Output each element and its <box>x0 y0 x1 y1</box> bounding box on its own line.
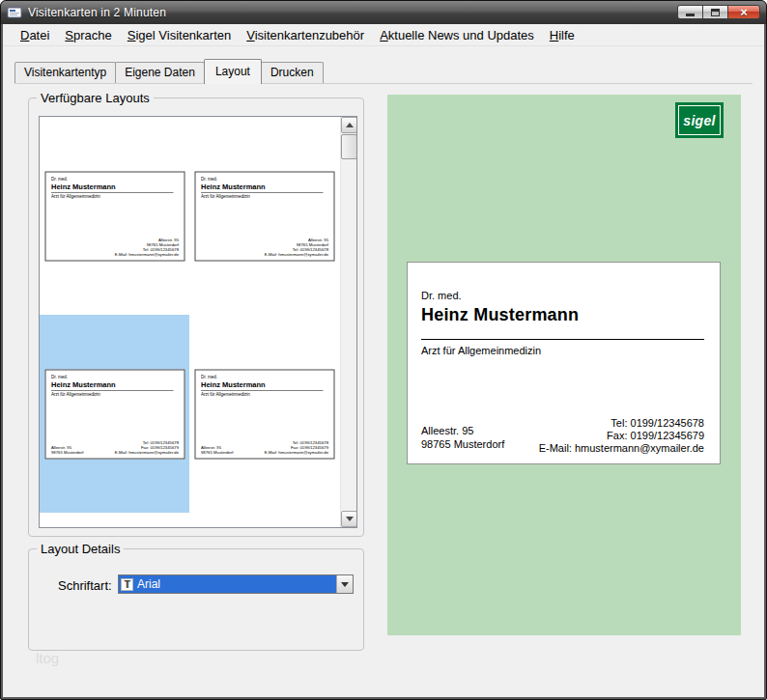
thumb-city: 98765 Musterdorf <box>114 241 178 246</box>
thumb-degree: Dr. med. <box>51 375 179 379</box>
layout-list: Dr. med. Heinz Mustermann Arzt für Allge… <box>39 116 357 528</box>
thumb-contact-block: Alleestr. 95 98765 Musterdorf Tel: 0199/… <box>114 237 178 256</box>
thumb-contact-block: Tel: 0199/12345678 Fax: 0199/12345679 E-… <box>114 439 178 454</box>
card-tel: Tel: 0199/12345678 <box>539 417 704 430</box>
thumb-street: Alleestr. 95 <box>201 444 233 449</box>
tab-layout[interactable]: Layout <box>204 59 262 84</box>
layout-option-2[interactable]: Dr. med. Heinz Mustermann Arzt für Allge… <box>189 117 340 315</box>
sigel-logo: sigel <box>675 102 724 138</box>
card-profession: Arzt für Allgemeinmedizin <box>421 345 541 356</box>
layout-thumbnail-3: Dr. med. Heinz Mustermann Arzt für Allge… <box>44 369 185 459</box>
menu-bar: Datei Sprache Sigel Visitenkarten Visite… <box>3 24 764 46</box>
card-divider-line <box>421 339 704 340</box>
card-contact-block: Tel: 0199/12345678 Fax: 0199/12345679 E-… <box>539 417 704 455</box>
font-value: Arial <box>137 577 160 591</box>
thumb-tel: Tel: 0199/12345678 <box>265 439 328 444</box>
menu-item-sprache[interactable]: Sprache <box>57 25 119 45</box>
minimize-button[interactable] <box>677 5 703 19</box>
titlebar[interactable]: Visitenkarten in 2 Minuten × <box>1 1 766 24</box>
thumb-tel: Tel: 0199/12345678 <box>265 246 328 251</box>
thumb-name: Heinz Mustermann <box>51 380 174 391</box>
font-combobox-selection[interactable]: T Arial <box>119 575 336 593</box>
tab-strip: Visitenkartentyp Eigene Daten Layout Dru… <box>14 60 753 84</box>
layout-details-title: Layout Details <box>37 542 124 556</box>
arrow-down-icon <box>346 517 354 521</box>
chevron-down-icon <box>341 582 349 587</box>
combo-dropdown-button[interactable] <box>336 575 353 593</box>
thumb-profession: Arzt für Allgemeinmedizin <box>51 194 179 199</box>
thumb-profession: Arzt für Allgemeinmedizin <box>201 194 328 199</box>
thumb-fax: Fax: 0199/12345679 <box>265 444 328 449</box>
window-controls: × <box>678 1 760 24</box>
scroll-up-button[interactable] <box>341 117 357 133</box>
thumb-degree: Dr. med. <box>201 177 328 182</box>
menu-item-news-updates[interactable]: Aktuelle News und Updates <box>372 25 542 45</box>
business-card-preview: Dr. med. Heinz Mustermann Arzt für Allge… <box>407 262 721 464</box>
arrow-up-icon <box>346 123 354 127</box>
layout-cells: Dr. med. Heinz Mustermann Arzt für Allge… <box>40 117 340 527</box>
watermark-text: ltog <box>36 650 59 666</box>
thumb-email: E-Mail: hmustermann@xymailer.de <box>265 251 328 256</box>
thumb-city: 98765 Musterdorf <box>201 449 233 454</box>
thumb-address-block: Alleestr. 95 98765 Musterdorf <box>201 444 233 454</box>
layout-option-4[interactable]: Dr. med. Heinz Mustermann Arzt für Allge… <box>189 315 340 513</box>
font-label: Schriftart: <box>58 578 112 593</box>
thumb-street: Alleestr. 95 <box>51 444 83 449</box>
thumb-street: Alleestr. 95 <box>265 237 328 241</box>
tab-visitenkartentyp[interactable]: Visitenkartentyp <box>14 62 116 83</box>
scrollbar-thumb[interactable] <box>341 134 357 159</box>
layout-thumbnail-2: Dr. med. Heinz Mustermann Arzt für Allge… <box>195 171 335 261</box>
thumb-degree: Dr. med. <box>51 177 179 182</box>
card-email: E-Mail: hmustermann@xymailer.de <box>539 442 704 455</box>
layouts-group-title: Verfügbare Layouts <box>37 91 154 105</box>
card-name: Heinz Mustermann <box>421 305 579 325</box>
minimize-icon <box>686 14 695 16</box>
thumb-city: 98765 Musterdorf <box>51 449 83 454</box>
thumb-email: E-Mail: hmustermann@xymailer.de <box>114 449 178 454</box>
card-address-block: Alleestr. 95 98765 Musterdorf <box>421 424 504 451</box>
thumb-profession: Arzt für Allgemeinmedizin <box>51 392 179 397</box>
layouts-group: Verfügbare Layouts Dr. med. Heinz Muster… <box>28 98 364 537</box>
thumb-contact-block: Alleestr. 95 98765 Musterdorf Tel: 0199/… <box>265 237 328 256</box>
truetype-icon: T <box>121 578 133 591</box>
card-street: Alleestr. 95 <box>421 424 504 437</box>
tab-eigene-daten[interactable]: Eigene Daten <box>115 62 205 83</box>
thumb-name: Heinz Mustermann <box>51 182 174 193</box>
menu-item-datei[interactable]: Datei <box>13 25 57 45</box>
card-degree: Dr. med. <box>421 290 462 301</box>
font-combobox[interactable]: T Arial <box>118 574 354 594</box>
preview-panel: sigel Dr. med. Heinz Mustermann Arzt für… <box>387 95 741 635</box>
layout-details-group: Layout Details Schriftart: T Arial <box>28 548 364 651</box>
window-title: Visitenkarten in 2 Minuten <box>28 6 166 19</box>
layout-option-1[interactable]: Dr. med. Heinz Mustermann Arzt für Allge… <box>40 117 189 315</box>
thumb-name: Heinz Mustermann <box>201 380 324 391</box>
maximize-button[interactable] <box>702 5 728 19</box>
layout-list-scrollbar[interactable] <box>340 117 356 527</box>
thumb-address-block: Alleestr. 95 98765 Musterdorf <box>51 444 83 454</box>
tab-drucken[interactable]: Drucken <box>261 62 324 83</box>
thumb-degree: Dr. med. <box>201 375 328 379</box>
menu-item-sigel-visitenkarten[interactable]: Sigel Visitenkarten <box>120 25 239 45</box>
card-fax: Fax: 0199/12345679 <box>539 430 704 442</box>
thumb-name: Heinz Mustermann <box>201 182 324 193</box>
thumb-profession: Arzt für Allgemeinmedizin <box>201 392 328 397</box>
card-city: 98765 Musterdorf <box>421 437 504 451</box>
app-icon[interactable] <box>7 5 22 20</box>
thumb-street: Alleestr. 95 <box>114 237 178 241</box>
thumb-tel: Tel: 0199/12345678 <box>114 439 178 444</box>
scroll-down-button[interactable] <box>341 511 357 527</box>
layout-thumbnail-4: Dr. med. Heinz Mustermann Arzt für Allge… <box>195 369 335 459</box>
close-icon: × <box>740 6 748 18</box>
sigel-logo-text: sigel <box>683 113 715 128</box>
app-window: Visitenkarten in 2 Minuten × Datei Sprac… <box>0 0 767 700</box>
layout-thumbnail-1: Dr. med. Heinz Mustermann Arzt für Allge… <box>44 171 185 261</box>
client-area: Datei Sprache Sigel Visitenkarten Visite… <box>3 24 764 697</box>
menu-item-hilfe[interactable]: Hilfe <box>542 25 582 45</box>
layout-option-3-selected[interactable]: Dr. med. Heinz Mustermann Arzt für Allge… <box>40 315 189 513</box>
thumb-contact-block: Tel: 0199/12345678 Fax: 0199/12345679 E-… <box>265 439 328 454</box>
thumb-email: E-Mail: hmustermann@xymailer.de <box>265 449 328 454</box>
menu-item-visitenkartenzubehoer[interactable]: Visitenkartenzubehör <box>239 25 372 45</box>
close-button[interactable]: × <box>727 5 760 19</box>
thumb-fax: Fax: 0199/12345679 <box>114 444 178 449</box>
thumb-city: 98765 Musterdorf <box>265 241 328 246</box>
